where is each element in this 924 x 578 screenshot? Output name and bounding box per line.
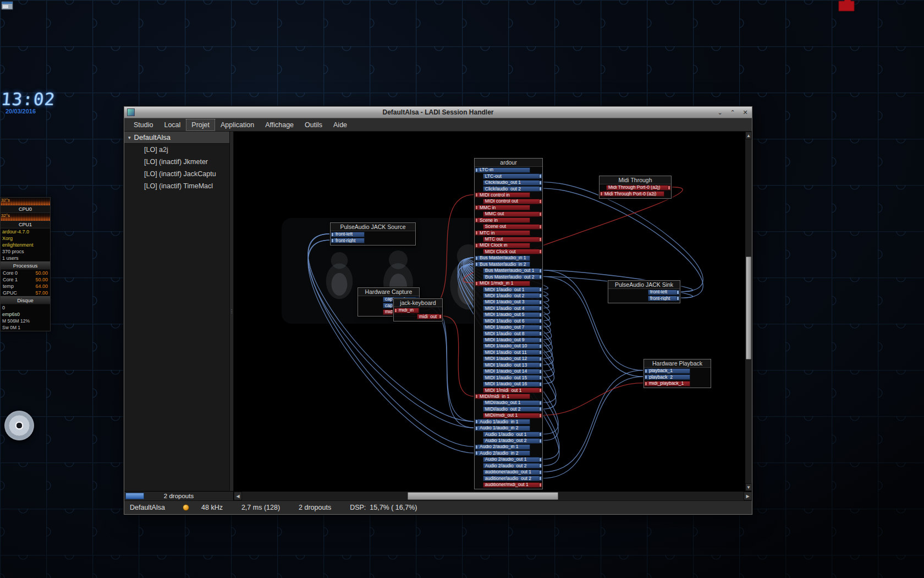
port-midi-through-port-0-a2j-[interactable]: Midi Through Port-0 (a2j) bbox=[600, 190, 671, 197]
port-bus-master-audio-out-2[interactable]: Bus Master/audio_out 2 bbox=[475, 274, 542, 280]
port-midi-1-audio-out-8[interactable]: MIDI 1/audio_out 8 bbox=[475, 330, 542, 336]
node-pasource[interactable]: PulseAudio JACK Sourcefront-leftfront-ri… bbox=[330, 222, 416, 246]
port-scene-in[interactable]: Scene in bbox=[475, 217, 542, 223]
port-midi-1-audio-out-14[interactable]: MIDI 1/audio_out 14 bbox=[475, 368, 542, 374]
port-audio-2-audio-in-2[interactable]: Audio 2/audio_in 2 bbox=[475, 450, 542, 456]
port-midi-clock-in[interactable]: MIDI Clock in bbox=[475, 242, 542, 248]
tree-root-defaultalsa[interactable]: ▾ DefaultAlsa bbox=[124, 132, 229, 144]
port-click-audio-out-2[interactable]: Click/audio_out 2 bbox=[475, 186, 542, 192]
port-midi-1-audio-out-10[interactable]: MIDI 1/audio_out 10 bbox=[475, 343, 542, 349]
port-ltc-in[interactable]: LTC-in bbox=[475, 167, 542, 173]
port-bus-master-audio-in-2[interactable]: Bus Master/audio_in 2 bbox=[475, 261, 542, 268]
port-midi-1-audio-out-12[interactable]: MIDI 1/audio_out 12 bbox=[475, 356, 542, 362]
menu-affichage[interactable]: Affichage bbox=[260, 119, 299, 130]
port-midi-1-audio-out-1[interactable]: MIDI 1/audio_out 1 bbox=[475, 286, 542, 292]
maximize-button[interactable]: ⌃ bbox=[729, 108, 736, 116]
port-audio-1-audio-out-2[interactable]: Audio 1/audio_out 2 bbox=[475, 438, 542, 444]
port-audio-2-audio-out-1[interactable]: Audio 2/audio_out 1 bbox=[475, 456, 542, 462]
cd-disc-icon[interactable] bbox=[4, 411, 34, 440]
port-front-left[interactable]: front-left bbox=[331, 231, 415, 237]
port-audio-2-audio-out-2[interactable]: Audio 2/audio_out 2 bbox=[475, 463, 542, 469]
port-midi-1-midi-in-1[interactable]: MIDI 1/midi_in 1 bbox=[475, 280, 542, 286]
port-midi-1-audio-out-11[interactable]: MIDI 1/audio_out 11 bbox=[475, 350, 542, 356]
port-midi-1-audio-out-4[interactable]: MIDI 1/audio_out 4 bbox=[475, 306, 542, 312]
port-mtc-out[interactable]: MTC out bbox=[475, 236, 542, 242]
port-midi-control-in[interactable]: MIDI control in bbox=[475, 192, 542, 198]
port-midi-1-audio-out-5[interactable]: MIDI 1/audio_out 5 bbox=[475, 312, 542, 318]
port-midi-in[interactable]: midi_in bbox=[394, 307, 442, 313]
port-midi-1-audio-out-13[interactable]: MIDI 1/audio_out 13 bbox=[475, 362, 542, 368]
session-tree-item[interactable]: [LO] (inactif) TimeMacl bbox=[124, 180, 229, 192]
node-ardour[interactable]: ardourLTC-inLTC-outClick/audio_out 1Clic… bbox=[474, 158, 543, 489]
menu-application[interactable]: Application bbox=[216, 119, 259, 130]
menu-projet[interactable]: Projet bbox=[186, 119, 215, 130]
port-midi-1-audio-out-6[interactable]: MIDI 1/audio_out 6 bbox=[475, 318, 542, 324]
port-front-right[interactable]: front-right bbox=[331, 237, 415, 243]
desktop-mini-window-icon[interactable] bbox=[1, 1, 13, 10]
port-midi-playback-1[interactable]: midi_playback_1 bbox=[644, 380, 711, 386]
port-audio-1-audio-in-1[interactable]: Audio 1/audio_in 1 bbox=[475, 419, 542, 425]
port-midi-out[interactable]: midi_out bbox=[394, 313, 442, 319]
port-auditioner-audio-out-1[interactable]: auditioner/audio_out 1 bbox=[475, 469, 542, 475]
port-midi-through-port-0-a2j-[interactable]: Midi Through Port-0 (a2j) bbox=[600, 184, 671, 190]
window-titlebar[interactable]: DefaultAlsa - LADI Session Handler ⌄ ⌃ ✕ bbox=[124, 107, 752, 118]
node-hwplayback[interactable]: Hardware Playbackplayback_1playback_2mid… bbox=[644, 359, 711, 388]
port-midi-control-out[interactable]: MIDI control out bbox=[475, 198, 542, 204]
port-front-left[interactable]: front-left bbox=[608, 289, 680, 295]
port-scene-out[interactable]: Scene out bbox=[475, 223, 542, 230]
menu-local[interactable]: Local bbox=[159, 119, 185, 130]
port-midi-midi-in-1[interactable]: MIDI/midi_in 1 bbox=[475, 394, 542, 400]
node-pasink[interactable]: PulseAudio JACK Sinkfront-leftfront-righ… bbox=[608, 280, 680, 303]
port-midi-1-audio-out-9[interactable]: MIDI 1/audio_out 9 bbox=[475, 337, 542, 343]
audio-connection-wire bbox=[308, 240, 474, 428]
panel-splitter[interactable]: ⋮ bbox=[230, 132, 234, 491]
close-button[interactable]: ✕ bbox=[741, 108, 749, 116]
port-audio-2-audio-in-1[interactable]: Audio 2/audio_in 1 bbox=[475, 444, 542, 450]
port-midi-1-audio-out-7[interactable]: MIDI 1/audio_out 7 bbox=[475, 324, 542, 330]
port-midi-1-audio-out-15[interactable]: MIDI 1/audio_out 15 bbox=[475, 374, 542, 380]
port-midi-audio-out-1[interactable]: MIDI/audio_out 1 bbox=[475, 400, 542, 406]
menu-outils[interactable]: Outils bbox=[300, 119, 327, 130]
port-bus-master-audio-out-1[interactable]: Bus Master/audio_out 1 bbox=[475, 268, 542, 274]
port-midi-1-audio-out-16[interactable]: MIDI 1/audio_out 16 bbox=[475, 381, 542, 387]
port-audio-1-audio-in-2[interactable]: Audio 1/audio_in 2 bbox=[475, 425, 542, 431]
port-midi-clock-out[interactable]: MIDI Clock out bbox=[475, 249, 542, 255]
session-tree-item[interactable]: [LO] a2j bbox=[124, 144, 229, 156]
node-midithrough[interactable]: Midi ThroughMidi Through Port-0 (a2j)Mid… bbox=[599, 176, 672, 199]
port-auditioner-midi-out-1[interactable]: auditioner/midi_out 1 bbox=[475, 482, 542, 488]
port-playback-1[interactable]: playback_1 bbox=[644, 368, 711, 374]
port-mtc-in[interactable]: MTC in bbox=[475, 230, 542, 236]
port-bus-master-audio-in-1[interactable]: Bus Master/audio_in 1 bbox=[475, 255, 542, 261]
port-midi-1-audio-out-2[interactable]: MIDI 1/audio_out 2 bbox=[475, 293, 542, 299]
hscroll-thumb[interactable] bbox=[408, 492, 558, 500]
vscroll-track[interactable] bbox=[745, 139, 752, 483]
scroll-left-arrow[interactable]: ◀ bbox=[234, 492, 242, 500]
horizontal-scrollbar[interactable]: ◀ ▶ bbox=[234, 492, 752, 500]
port-click-audio-out-1[interactable]: Click/audio_out 1 bbox=[475, 179, 542, 186]
port-front-right[interactable]: front-right bbox=[608, 295, 680, 301]
node-jackkb[interactable]: jack-keyboardmidi_inmidi_out bbox=[393, 298, 443, 321]
scroll-down-arrow[interactable]: ▼ bbox=[745, 483, 752, 491]
port-mmc-in[interactable]: MMC in bbox=[475, 205, 542, 211]
port-midi-1-midi-out-1[interactable]: MIDI 1/midi_out 1 bbox=[475, 387, 542, 393]
port-audio-1-audio-out-1[interactable]: Audio 1/audio_out 1 bbox=[475, 431, 542, 437]
patchbay-canvas[interactable]: ardourLTC-inLTC-outClick/audio_out 1Clic… bbox=[234, 132, 745, 491]
port-ltc-out[interactable]: LTC-out bbox=[475, 173, 542, 179]
scroll-right-arrow[interactable]: ▶ bbox=[744, 492, 752, 500]
menu-aide[interactable]: Aide bbox=[328, 119, 352, 130]
vertical-scrollbar[interactable]: ▲ ▼ bbox=[745, 132, 752, 491]
port-mmc-out[interactable]: MMC out bbox=[475, 211, 542, 217]
port-midi-1-audio-out-3[interactable]: MIDI 1/audio_out 3 bbox=[475, 299, 542, 305]
hscroll-track[interactable] bbox=[242, 492, 744, 500]
menu-studio[interactable]: Studio bbox=[129, 119, 158, 130]
port-playback-2[interactable]: playback_2 bbox=[644, 374, 711, 380]
port-midi-midi-out-1[interactable]: MIDI/midi_out 1 bbox=[475, 412, 542, 418]
session-tree-item[interactable]: [LO] (inactif) Jkmeter bbox=[124, 156, 229, 168]
shade-button[interactable]: ⌄ bbox=[716, 108, 724, 116]
tree-expand-caret[interactable]: ▾ bbox=[128, 135, 131, 140]
scroll-up-arrow[interactable]: ▲ bbox=[745, 132, 752, 139]
port-auditioner-audio-out-2[interactable]: auditioner/audio_out 2 bbox=[475, 475, 542, 481]
session-tree-item[interactable]: [LO] (inactif) JackCaptu bbox=[124, 168, 229, 180]
port-midi-audio-out-2[interactable]: MIDI/audio_out 2 bbox=[475, 406, 542, 412]
vscroll-thumb[interactable] bbox=[746, 257, 751, 360]
